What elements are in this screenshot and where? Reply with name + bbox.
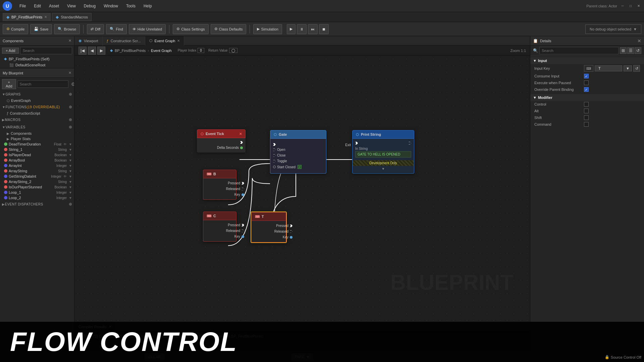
node-event-tick[interactable]: ⬡ Event Tick ✕ Delta Seconds bbox=[197, 129, 246, 153]
tree-item-defaultsceneroot[interactable]: ⬛ DefaultSceneRoot bbox=[0, 62, 74, 68]
var-arrayint[interactable]: ArrayInt Integer ▼ bbox=[0, 163, 74, 168]
details-list-view[interactable]: ☰ bbox=[627, 47, 634, 54]
compile-button[interactable]: ⚙ Compile bbox=[3, 24, 28, 34]
mybp-settings-icon[interactable]: ⚙ bbox=[71, 81, 74, 87]
key-t-value[interactable]: T bbox=[595, 65, 622, 71]
details-grid-view[interactable]: ⊞ bbox=[620, 47, 627, 54]
tab-bp-close[interactable]: ✕ bbox=[44, 15, 47, 19]
gate-startclosed-checkbox[interactable]: ✓ bbox=[298, 165, 302, 169]
var-string1[interactable]: String_1 String ▼ bbox=[0, 147, 74, 152]
eventgraph-close[interactable]: ✕ bbox=[177, 39, 180, 43]
tab-event-graph[interactable]: ⬡ Event Graph ✕ bbox=[145, 36, 184, 46]
details-reset[interactable]: ↺ bbox=[635, 47, 641, 54]
step-button[interactable]: ⏭ bbox=[308, 24, 318, 34]
shift-checkbox[interactable] bbox=[584, 115, 589, 120]
var-group-playerstats[interactable]: ▶ Player Stats bbox=[0, 136, 74, 141]
menu-window[interactable]: Window bbox=[100, 2, 121, 10]
minimize-button[interactable]: ─ bbox=[620, 3, 625, 9]
menu-asset[interactable]: Asset bbox=[46, 2, 62, 10]
alt-checkbox[interactable] bbox=[584, 109, 589, 113]
section-functions[interactable]: ▼ FUNCTIONS (19 OVERRIDABLE) ⊕ bbox=[0, 103, 74, 111]
macros-add-icon[interactable]: ⊕ bbox=[69, 117, 72, 122]
section-variables[interactable]: ▼ VARIABLES ⊕ bbox=[0, 123, 74, 131]
graph-canvas[interactable]: ⬡ Event Tick ✕ Delta Seconds ⬡ bbox=[74, 56, 530, 322]
menu-debug[interactable]: Debug bbox=[80, 2, 99, 10]
item-eventgraph[interactable]: ⬡ EventGraph bbox=[0, 98, 74, 103]
var-loop1[interactable]: Loop_1 Integer ▼ bbox=[0, 190, 74, 195]
diff-button[interactable]: ⇄ Diff bbox=[87, 24, 104, 34]
menu-file[interactable]: File bbox=[16, 2, 29, 10]
simulation-button[interactable]: ▶ Simulation bbox=[253, 24, 282, 34]
functions-add-icon[interactable]: ⊕ bbox=[69, 105, 72, 109]
components-close[interactable]: ✕ bbox=[68, 39, 71, 43]
details-search-input[interactable] bbox=[539, 47, 619, 54]
var-arrow-arraybool: ▼ bbox=[69, 159, 72, 162]
var-group-components[interactable]: ▶ Components bbox=[0, 131, 74, 136]
close-button[interactable]: ✕ bbox=[636, 3, 641, 9]
command-checkbox[interactable] bbox=[584, 122, 589, 127]
execute-paused-checkbox[interactable] bbox=[584, 80, 589, 85]
stop-button[interactable]: ⏹ bbox=[319, 24, 329, 34]
dispatchers-add-icon[interactable]: ⊕ bbox=[69, 202, 72, 206]
var-isourplayerstunned[interactable]: IsOurPlayerStunned Boolean ▼ bbox=[0, 184, 74, 190]
menu-view[interactable]: View bbox=[64, 2, 79, 10]
pause-button[interactable]: ⏸ bbox=[297, 24, 307, 34]
tab-construction-script[interactable]: ƒ Construction Scr... bbox=[103, 36, 145, 46]
section-macros[interactable]: ▶ MACROS ⊕ bbox=[0, 116, 74, 123]
class-defaults-button[interactable]: ⚙ Class Defaults bbox=[211, 24, 247, 34]
components-search[interactable] bbox=[20, 47, 72, 54]
mybp-close[interactable]: ✕ bbox=[68, 71, 71, 75]
node-key-b[interactable]: ⌨ B Pressed Released Key bbox=[203, 170, 236, 200]
mybp-add-button[interactable]: + Add bbox=[2, 79, 16, 89]
control-checkbox[interactable] bbox=[584, 102, 589, 107]
tab-bp-firstblueprints[interactable]: ◆ BP_FirstBluePrints ✕ bbox=[3, 13, 51, 21]
nav-left-outer[interactable]: |◀ bbox=[78, 47, 87, 55]
section-event-dispatchers[interactable]: ▶ EVENT DISPATCHERS ⊕ bbox=[0, 200, 74, 208]
section-graphs[interactable]: ▼ GRAPHS ⊕ bbox=[0, 90, 74, 98]
components-add-button[interactable]: + Add bbox=[2, 48, 19, 54]
var-eye-deadtimer[interactable]: 👁 bbox=[63, 142, 67, 146]
class-settings-button[interactable]: ⚙ Class Settings bbox=[173, 24, 208, 34]
find-button[interactable]: 🔍 Find bbox=[106, 24, 126, 34]
maximize-button[interactable]: □ bbox=[628, 3, 633, 9]
item-constructionscript[interactable]: ƒ ConstructionScript bbox=[0, 111, 74, 116]
node-key-t[interactable]: ⌨ T Pressed Released Key bbox=[251, 212, 287, 243]
modifier-section-header[interactable]: ▼ Modifier bbox=[530, 94, 644, 101]
var-arraystring[interactable]: ArrayString String ▼ bbox=[0, 168, 74, 174]
var-eye-getstringdataint[interactable]: 👁 bbox=[63, 175, 67, 178]
menu-help[interactable]: Help bbox=[140, 2, 155, 10]
tab-standard-macros[interactable]: ◆ StandardMacros bbox=[52, 13, 92, 21]
breadcrumb-root[interactable]: BP_FirstBluePrints bbox=[115, 49, 146, 53]
input-section-header[interactable]: ▼ Input bbox=[530, 57, 644, 64]
input-key-reset[interactable]: ↺ bbox=[633, 65, 640, 72]
menu-tools[interactable]: Tools bbox=[123, 2, 139, 10]
node-key-c[interactable]: ⌨ C Pressed Released Key bbox=[203, 212, 236, 242]
tree-item-bp[interactable]: ◆ BP_FirstBluePrints (Self) bbox=[0, 56, 74, 62]
debug-object-selector[interactable]: No debug object selected ▼ bbox=[585, 24, 641, 34]
var-getstringdataint[interactable]: GetStringDataInt Integer 👁 ▼ bbox=[0, 174, 74, 179]
var-isplayerdead[interactable]: IsPlayerDead Boolean ▼ bbox=[0, 152, 74, 158]
tab-viewport[interactable]: ◉ Viewport bbox=[74, 36, 103, 46]
save-button[interactable]: 💾 Save bbox=[30, 24, 52, 34]
player-index-value[interactable]: 0 bbox=[198, 48, 204, 53]
override-parent-checkbox[interactable]: ✓ bbox=[584, 87, 589, 92]
graphs-add-icon[interactable]: ⊕ bbox=[69, 92, 72, 97]
node-print-string[interactable]: ⬡ Print String In String GATE TO HELL IS… bbox=[352, 130, 414, 174]
play-button[interactable]: ▶ bbox=[287, 24, 296, 34]
var-deadtimerduration[interactable]: DeadTimerDuration Float 👁 ▼ bbox=[0, 141, 74, 147]
vars-add-icon[interactable]: ⊕ bbox=[69, 125, 72, 129]
node-gate[interactable]: ⬡ Gate Open Close bbox=[270, 130, 326, 174]
nav-left[interactable]: ◀ bbox=[88, 47, 96, 55]
var-arraystring2[interactable]: ArrayString_2 String ▼ bbox=[0, 179, 74, 184]
mybp-search[interactable] bbox=[17, 80, 68, 88]
browse-button[interactable]: 🔍 Browse bbox=[54, 24, 80, 34]
return-value-pin[interactable]: ◯ bbox=[229, 48, 237, 53]
var-loop2[interactable]: Loop_2 Integer ▼ bbox=[0, 195, 74, 200]
var-arraybool[interactable]: ArrayBool Boolean ▼ bbox=[0, 158, 74, 163]
hide-unrelated-button[interactable]: 👁 Hide Unrelated bbox=[129, 24, 166, 34]
menu-edit[interactable]: Edit bbox=[31, 2, 44, 10]
nav-right[interactable]: ▶ bbox=[97, 47, 105, 55]
details-close[interactable]: ✕ bbox=[637, 38, 641, 44]
key-dropdown[interactable]: ▼ bbox=[624, 65, 632, 71]
consume-input-checkbox[interactable]: ✓ bbox=[584, 74, 589, 78]
